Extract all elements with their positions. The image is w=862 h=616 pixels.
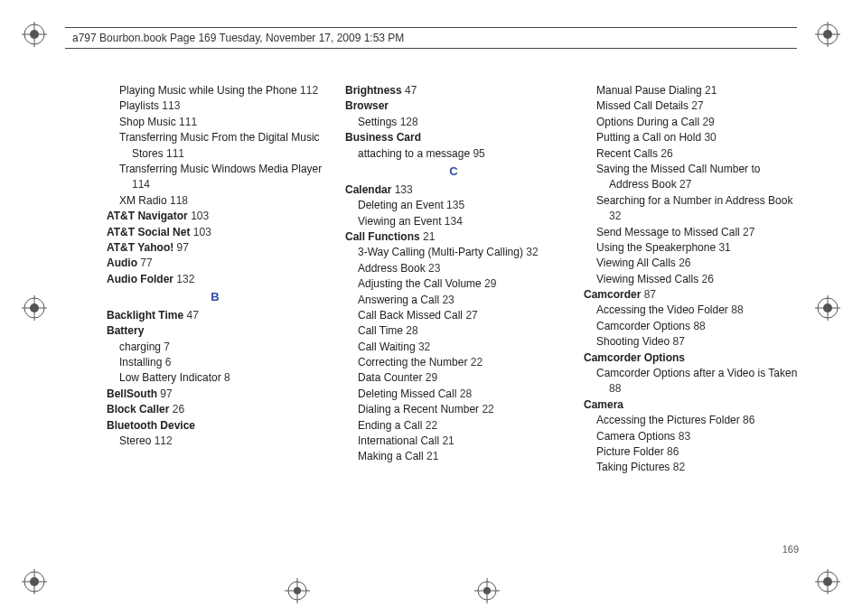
index-entry: Calendar 133: [345, 182, 562, 198]
index-entry: Viewing All Calls 26: [596, 256, 801, 271]
index-entry-label: AT&T Navigator: [107, 210, 188, 222]
index-entry-page: 28: [456, 387, 472, 400]
index-entry-page: 87: [641, 288, 656, 301]
index-entry: Brightness 47: [345, 83, 562, 98]
index-entry-label: Bluetooth Device: [107, 419, 195, 432]
index-entry-page: 88: [728, 303, 744, 316]
index-entry-label: Backlight Time: [107, 309, 183, 322]
index-entry-label: Brightness: [345, 84, 402, 97]
index-entry: Viewing an Event 134: [358, 214, 562, 229]
index-entry: Ending a Call 22: [358, 418, 562, 434]
index-entry-page: 32: [609, 210, 621, 222]
index-entry: Viewing Missed Calls 26: [596, 272, 801, 287]
index-entry: Camcorder Options 88: [596, 319, 801, 334]
index-entry: Using the Speakerphone 31: [596, 240, 801, 256]
index-entry-page: 27: [463, 309, 478, 322]
index-entry-page: 26: [169, 403, 184, 415]
index-entry: Data Counter 29: [358, 370, 562, 386]
index-entry: Manual Pause Dialing 21: [596, 83, 801, 98]
index-entry: Deleting Missed Call 28: [358, 387, 562, 402]
index-entry: Backlight Time 47: [107, 308, 323, 323]
index-entry: Call Back Missed Call 27: [358, 308, 562, 323]
index-entry-label: Call Waiting: [358, 341, 416, 353]
index-entry-label: International Call: [358, 434, 439, 447]
index-entry-label: Deleting an Event: [358, 199, 444, 211]
index-entry-label: Taking Pictures: [596, 461, 670, 473]
index-entry-page: 47: [402, 84, 417, 97]
crop-mark-icon: [815, 295, 840, 321]
index-entry-label: Send Message to Missed Call: [596, 226, 740, 238]
index-entry-label: Shooting Video: [596, 335, 670, 348]
index-column-3: Manual Pause Dialing 21Missed Call Detai…: [584, 83, 801, 526]
index-entry: Browser: [345, 98, 562, 114]
index-entry-page: 32: [523, 246, 539, 258]
index-entry-label: Transferring Music Windows Media Player: [119, 163, 322, 175]
index-entry: Recent Calls 26: [596, 146, 801, 162]
index-entry: Block Caller 26: [107, 402, 323, 417]
index-entry: AT&T Navigator 103: [107, 209, 323, 224]
index-entry-page: 21: [439, 434, 454, 447]
index-entry-page: 112: [151, 434, 172, 447]
index-entry-label: Installing: [119, 356, 162, 369]
index-entry-label: Browser: [345, 99, 389, 112]
index-entry-label: Call Time: [358, 324, 403, 337]
index-entry-page: 21: [424, 450, 439, 462]
index-entry: Playlists 113: [119, 98, 323, 114]
index-entry-label: XM Radio: [119, 194, 167, 207]
index-entry-label: Viewing All Calls: [596, 257, 676, 269]
index-entry-page: 7: [161, 341, 170, 353]
index-entry-page: 6: [162, 356, 171, 369]
index-entry: AT&T Yahoo! 97: [107, 240, 323, 256]
index-entry-page: 26: [676, 257, 691, 269]
index-entry: XM Radio 118: [119, 193, 323, 209]
index-entry-label: Viewing an Event: [358, 215, 442, 228]
index-entry-page: 103: [188, 210, 209, 222]
crop-mark-icon: [22, 22, 47, 47]
index-entry-page: 32: [416, 341, 431, 353]
doc-header: a797 Bourbon.book Page 169 Tuesday, Nove…: [65, 27, 797, 49]
index-entry: Accessing the Video Folder 88: [596, 303, 801, 318]
index-entry-page: 128: [397, 116, 417, 128]
index-entry: Options During a Call 29: [596, 115, 801, 130]
index-entry-label: Options During a Call: [596, 116, 699, 128]
index-entry: Camcorder Options: [584, 350, 801, 366]
index-entry-page: 97: [157, 387, 173, 400]
index-entry-label: Correcting the Number: [358, 356, 467, 369]
index-entry: Accessing the Pictures Folder 86: [596, 413, 801, 428]
index-entry-page: 27: [677, 178, 692, 191]
index-entry: International Call 21: [358, 434, 562, 449]
index-entry-label: Stereo: [119, 434, 151, 447]
index-entry-page: 133: [391, 183, 412, 196]
index-entry-page: 27: [689, 99, 704, 112]
index-entry-label: Searching for a Number in Address Book: [596, 194, 792, 207]
index-entry-label: Camcorder Options: [596, 320, 690, 332]
index-entry-label: Call Functions: [345, 230, 420, 243]
index-entry-label: Adjusting the Call Volume: [358, 277, 482, 290]
index-entry-label: Manual Pause Dialing: [596, 84, 702, 97]
index-entry-label: Camcorder: [584, 288, 641, 301]
index-entry-page: 22: [479, 403, 494, 415]
index-entry: BellSouth 97: [107, 387, 323, 402]
index-entry-page: 22: [467, 356, 483, 369]
index-entry: Stereo 112: [119, 434, 323, 449]
index-letter: C: [345, 163, 562, 181]
index-entry-label: Low Battery Indicator: [119, 371, 221, 384]
index-entry: Saving the Missed Call Number to Address…: [596, 162, 801, 193]
index-entry-label: Block Caller: [107, 403, 169, 415]
index-entry-label: Dialing a Recent Number: [358, 403, 479, 415]
index-entry: Camera: [584, 397, 801, 413]
index-entry-label: Picture Folder: [596, 445, 664, 458]
index-entry-page: 21: [420, 230, 436, 243]
index-entry: Adjusting the Call Volume 29: [358, 276, 562, 292]
index-entry: Deleting an Event 135: [358, 198, 562, 213]
index-entry-page: 86: [740, 414, 755, 426]
index-entry: Audio Folder 132: [107, 272, 323, 287]
index-entry: Call Waiting 32: [358, 340, 562, 355]
index-entry-page: 134: [442, 215, 463, 228]
index-entry: Correcting the Number 22: [358, 355, 562, 370]
index-entry-page: 135: [444, 199, 464, 211]
index-entry: Camcorder Options after a Video is Taken…: [596, 366, 801, 397]
index-entry: Taking Pictures 82: [596, 460, 801, 475]
index-entry-page: 95: [470, 147, 485, 160]
index-entry-label: Deleting Missed Call: [358, 387, 456, 400]
